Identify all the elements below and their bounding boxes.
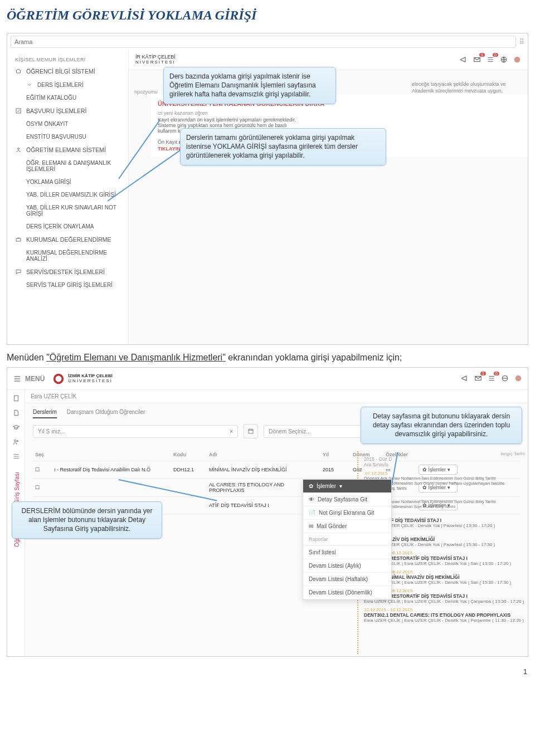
sidebar-item-kurumsal-deg[interactable]: KURUMSAL DEĞERLENDİRME bbox=[7, 233, 128, 246]
ops-mail[interactable]: ✉ Mail Gönder bbox=[303, 520, 391, 533]
sidebar-item-ogretim-elemani[interactable]: ÖĞRETİM ELEMANI SİSTEMİ bbox=[7, 143, 128, 157]
rail-file-icon[interactable] bbox=[12, 409, 20, 418]
sidebar-item-egitim-katalogu[interactable]: EĞİTİM KATALOĞU bbox=[7, 91, 128, 104]
page-title: ÖĞRETİM GÖREVLİSİ YOKLAMA GİRİŞİ bbox=[7, 8, 528, 23]
th-yil: Yıl bbox=[323, 452, 351, 457]
mail-icon[interactable]: 1 bbox=[473, 56, 481, 65]
timeline-partial-year: 2015 - Güz D bbox=[364, 456, 524, 462]
timeline-col-header: langıç Tarihi bbox=[364, 451, 524, 456]
sympozyum-label: npozyumu bbox=[134, 89, 158, 95]
brand-line2: ÜNİVERSİTESİ bbox=[68, 379, 113, 384]
badge: 1 bbox=[479, 53, 485, 57]
badge: 0 bbox=[494, 372, 499, 375]
announce-icon[interactable] bbox=[461, 374, 469, 383]
svg-point-7 bbox=[56, 375, 62, 382]
list-icon[interactable]: 0 bbox=[487, 56, 494, 65]
rail-list-icon[interactable] bbox=[12, 452, 20, 461]
ops-label: Detay Sayfasına Git bbox=[318, 496, 367, 503]
sidebar-item-osym[interactable]: ÖSYM ÖNKAYIT bbox=[7, 118, 128, 130]
avatar[interactable] bbox=[514, 374, 522, 383]
svg-point-12 bbox=[14, 440, 16, 442]
sidebar-item-yab-kur-not[interactable]: YAB. DİLLER KUR SINAVLARI NOT GİRİŞİ bbox=[7, 201, 128, 220]
timeline-item: 10.12.2015 - 10.12.2015 DENT302.1 DENTAL… bbox=[364, 607, 524, 623]
svg-rect-14 bbox=[249, 430, 253, 434]
mail-icon[interactable]: 1 bbox=[474, 374, 482, 383]
menu-label: MENÜ bbox=[25, 375, 45, 383]
row-dept: ı - Restoratif Diş Tedavisi Anabilim Dal… bbox=[54, 467, 171, 472]
instr-suffix: ekranından yoklama girişi yapabilmeniz i… bbox=[226, 353, 402, 362]
avatar[interactable] bbox=[513, 56, 521, 65]
brand: İR KÂTİP ÇELEBİ NİVERSİTESİ bbox=[135, 55, 176, 65]
th-kodu: Kodu bbox=[173, 452, 207, 457]
tab-danismani-oldugum[interactable]: Danışmanı Olduğum Öğrenciler bbox=[67, 409, 145, 418]
sidebar-item-kurumsal-analiz[interactable]: KURUMSAL DEĞERLENDİRME ANALİZİ bbox=[7, 246, 128, 265]
svg-point-13 bbox=[17, 441, 18, 442]
ops-devam-aylik[interactable]: Devam Listesi (Aylık) bbox=[303, 559, 391, 573]
rail-cap-icon[interactable] bbox=[12, 423, 20, 432]
sidebar-item-servis[interactable]: SERVİS/DESTEK İŞLEMLERİ bbox=[7, 265, 128, 279]
svg-rect-2 bbox=[16, 238, 21, 241]
instr-underline: "Öğretim Elemanı ve Danışmanlık Hizmetle… bbox=[46, 353, 226, 362]
instruction-text: Menüden "Öğretim Elemanı ve Danışmanlık … bbox=[7, 353, 528, 363]
ops-sinif-listesi[interactable]: Sınıf listesi bbox=[303, 546, 391, 559]
sidebar-item-enstitu[interactable]: ENSTİTÜ BAŞVURUSU bbox=[7, 130, 128, 143]
ops-section-raporlar: Raporlar bbox=[303, 533, 391, 546]
sidebar-label: KURUMSAL DEĞERLENDİRME bbox=[26, 236, 111, 243]
list-icon[interactable]: 0 bbox=[488, 374, 495, 383]
sidebar-item-ogrenci-bilgi[interactable]: ÖĞRENCİ BİLGİ SİSTEMİ bbox=[7, 65, 128, 78]
university-logo-icon bbox=[52, 373, 65, 385]
ops-devam-haftalik[interactable]: Devam Listesi (Haftalık) bbox=[303, 573, 391, 586]
timeline-partial-ara: Ara Sınavla bbox=[364, 462, 524, 467]
row-year: 2015 bbox=[323, 467, 351, 472]
ops-devam-donemlik[interactable]: Devam Listesi (Dönemlik) bbox=[303, 586, 391, 599]
ops-header[interactable]: ✿ İşlemler ▾ bbox=[303, 480, 391, 493]
ops-not-girisi[interactable]: 📄 Not Girişi Ekranına Git bbox=[303, 506, 391, 520]
sidebar-item-yoklama-girisi[interactable]: YOKLAMA GİRİŞİ bbox=[7, 175, 128, 188]
ops-detay[interactable]: 👁 Detay Sayfasına Git bbox=[303, 493, 391, 506]
sidebar-label: DERS İÇERİK ONAYLAMA bbox=[26, 223, 94, 230]
badge: 1 bbox=[480, 372, 486, 375]
sidebar-label: BAŞVURU İŞLEMLERİ bbox=[26, 108, 87, 114]
callout-yoklama-girisi: Derslerin tamamı görüntülenerek yoklama … bbox=[180, 128, 386, 165]
rail-users-icon[interactable] bbox=[12, 438, 20, 447]
globe-icon[interactable] bbox=[501, 374, 509, 383]
row-checkbox[interactable]: ☐ bbox=[35, 485, 52, 490]
row-code: DDH12.1 bbox=[173, 467, 207, 472]
topbar-icons: 1 0 bbox=[460, 56, 521, 65]
topbar: MENÜ İZMİR KÂTİP ÇELEBİ ÜNİVERSİTESİ 1 0 bbox=[7, 368, 528, 390]
calendar-button[interactable] bbox=[244, 424, 258, 438]
timeline-date: .07.12.2015 bbox=[364, 471, 524, 476]
callout-derslerim: DERSLERİM bölümünde dersin yanında yer a… bbox=[12, 501, 162, 539]
menu-button[interactable]: MENÜ bbox=[13, 374, 45, 383]
drag-grip-icon: ⠿ bbox=[519, 38, 524, 46]
search-input[interactable] bbox=[11, 36, 516, 48]
sidebar-label: ÖĞR. ELEMANI & DANIŞMANLIK İŞLEMLERİ bbox=[26, 160, 120, 172]
sidebar-item-servis-talep[interactable]: SERVİS TALEP GİRİŞ İŞLEMLERİ bbox=[7, 279, 128, 291]
announce-icon[interactable] bbox=[460, 56, 468, 65]
sidebar-label: DERS İŞLEMLERİ bbox=[37, 82, 84, 88]
callout-detay-sayfasi: Detay sayfasına git butonunu tıklayarak … bbox=[361, 407, 522, 444]
sidebar-label: ENSTİTÜ BAŞVURUSU bbox=[26, 134, 86, 140]
topbar-icons: 1 0 bbox=[461, 374, 522, 383]
timeline-title: DENT302.1 DENTAL CARIES: ITS ETIOLOGY AN… bbox=[364, 612, 524, 618]
sidebar-item-basvuru[interactable]: BAŞVURU İŞLEMLERİ bbox=[7, 104, 128, 118]
briefcase-icon bbox=[15, 236, 22, 243]
sidebar-label: YAB. DİLLER KUR SINAVLARI NOT GİRİŞİ bbox=[26, 204, 120, 217]
sidebar-item-ders-islemleri[interactable]: DERS İŞLEMLERİ bbox=[7, 78, 128, 91]
clear-icon[interactable]: × bbox=[230, 428, 233, 435]
person-icon bbox=[15, 147, 22, 153]
year-select[interactable]: Yıl S ınız...× bbox=[33, 425, 238, 438]
badge: 0 bbox=[493, 53, 498, 57]
sidebar-label: ÖĞRETİM ELEMANI SİSTEMİ bbox=[26, 147, 106, 153]
sidebar-label: KURUMSAL DEĞERLENDİRME ANALİZİ bbox=[26, 250, 120, 262]
globe-icon[interactable] bbox=[500, 56, 508, 65]
bank-icon bbox=[15, 68, 22, 75]
sidebar-item-danismanlik[interactable]: ÖĞR. ELEMANI & DANIŞMANLIK İŞLEMLERİ bbox=[7, 157, 128, 175]
term-placeholder: Dönem Seçiniz... bbox=[269, 428, 311, 435]
tab-derslerim[interactable]: Derslerim bbox=[33, 409, 57, 418]
row-checkbox[interactable]: ☐ bbox=[35, 467, 52, 472]
sidebar-item-ders-icerik[interactable]: DERS İÇERİK ONAYLAMA bbox=[7, 220, 128, 233]
rail-doc-icon[interactable] bbox=[12, 394, 20, 403]
sidebar-label: SERVİS TALEP GİRİŞ İŞLEMLERİ bbox=[26, 282, 113, 288]
th-adi: Adı bbox=[209, 452, 320, 457]
